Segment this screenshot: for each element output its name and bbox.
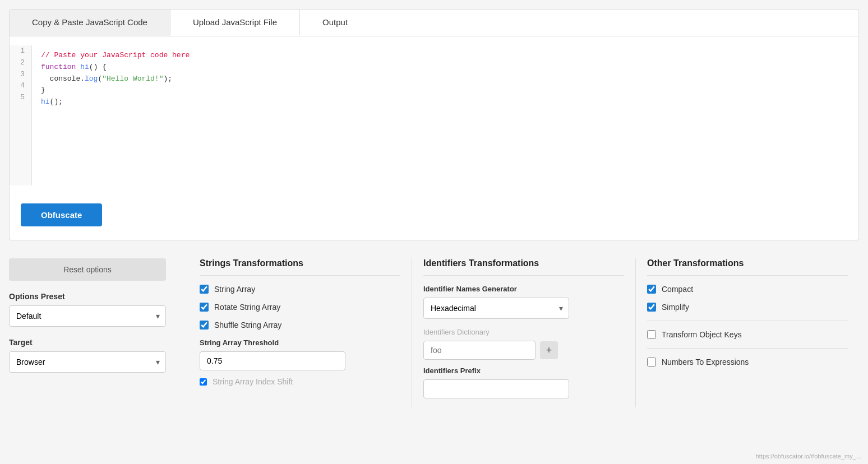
other-transformations-title: Other Transformations: [647, 258, 848, 268]
identifiers-divider: [423, 275, 624, 276]
code-editor[interactable]: 1 2 3 4 5 // Paste your JavaScript code …: [10, 36, 858, 194]
target-group: Target Browser Node Browser No Eval ▾: [9, 338, 166, 373]
other-divider-3: [647, 348, 848, 349]
obfuscate-button[interactable]: Obfuscate: [21, 203, 102, 226]
simplify-label[interactable]: Simplify: [662, 303, 689, 312]
simplify-item: Simplify: [647, 303, 848, 312]
identifiers-prefix-input[interactable]: [423, 379, 569, 398]
string-array-index-shift-label[interactable]: String Array Index Shift: [213, 377, 293, 386]
obfuscate-btn-area: Obfuscate: [10, 194, 858, 240]
other-divider: [647, 275, 848, 276]
generator-row: Identifier Names Generator Hexadecimal M…: [423, 285, 624, 319]
transform-object-keys-checkbox[interactable]: [647, 330, 656, 339]
numbers-to-expressions-item: Numbers To Expressions: [647, 358, 848, 366]
identifiers-transformations-col: Identifiers Transformations Identifier N…: [412, 258, 636, 407]
rotate-string-array-item: Rotate String Array: [200, 303, 400, 312]
threshold-label: String Array Threshold: [200, 338, 400, 347]
dict-input-wrapper: +: [423, 341, 624, 360]
identifiers-prefix-label: Identifiers Prefix: [423, 366, 624, 375]
options-preset-label: Options Preset: [9, 292, 166, 301]
string-array-checkbox[interactable]: [200, 285, 209, 294]
transform-object-keys-label[interactable]: Transform Object Keys: [662, 330, 742, 339]
identifiers-prefix-row: Identifiers Prefix: [423, 366, 624, 398]
string-array-index-shift-item: String Array Index Shift: [200, 377, 400, 386]
options-left-panel: Reset options Options Preset Default Low…: [9, 258, 166, 407]
tab-copy-paste[interactable]: Copy & Paste JavaScript Code: [10, 10, 170, 36]
tab-upload[interactable]: Upload JavaScript File: [170, 10, 299, 36]
string-array-label[interactable]: String Array: [214, 285, 255, 294]
generator-select-wrapper: Hexadecimal Mangled Mangled Shuffled Dic…: [423, 298, 569, 319]
simplify-checkbox[interactable]: [647, 303, 656, 312]
target-select-wrapper: Browser Node Browser No Eval ▾: [9, 351, 166, 373]
compact-label[interactable]: Compact: [662, 285, 693, 294]
identifiers-dict-add-button[interactable]: +: [540, 341, 558, 359]
top-card: Copy & Paste JavaScript Code Upload Java…: [9, 9, 859, 240]
compact-checkbox[interactable]: [647, 285, 656, 294]
code-content[interactable]: // Paste your JavaScript code here funct…: [32, 45, 198, 185]
generator-label: Identifier Names Generator: [423, 285, 624, 293]
strings-divider: [200, 275, 400, 276]
identifiers-transformations-title: Identifiers Transformations: [423, 258, 624, 268]
shuffle-string-array-label[interactable]: Shuffle String Array: [214, 321, 281, 330]
shuffle-string-array-item: Shuffle String Array: [200, 321, 400, 330]
strings-transformations-title: Strings Transformations: [200, 258, 400, 268]
generator-select[interactable]: Hexadecimal Mangled Mangled Shuffled Dic…: [424, 298, 569, 318]
options-preset-select-wrapper: Default Low Obfuscation Medium Obfuscati…: [9, 305, 166, 327]
identifiers-dict-input[interactable]: [423, 341, 535, 360]
threshold-input[interactable]: [200, 351, 345, 370]
reset-options-button[interactable]: Reset options: [9, 258, 166, 281]
identifiers-dict-label: Identifiers Dictionary: [423, 328, 624, 336]
other-divider-2: [647, 321, 848, 321]
options-preset-select[interactable]: Default Low Obfuscation Medium Obfuscati…: [10, 306, 165, 326]
shuffle-string-array-checkbox[interactable]: [200, 321, 209, 330]
identifiers-dict-row: Identifiers Dictionary +: [423, 328, 624, 360]
transform-object-keys-item: Transform Object Keys: [647, 330, 848, 339]
line-numbers: 1 2 3 4 5: [10, 45, 32, 185]
tab-output[interactable]: Output: [299, 10, 370, 36]
strings-transformations-col: Strings Transformations String Array Rot…: [188, 258, 412, 407]
tab-bar: Copy & Paste JavaScript Code Upload Java…: [10, 10, 858, 36]
code-lines: // Paste your JavaScript code here funct…: [32, 50, 198, 108]
target-select[interactable]: Browser Node Browser No Eval: [10, 352, 165, 372]
options-preset-group: Options Preset Default Low Obfuscation M…: [9, 292, 166, 327]
compact-item: Compact: [647, 285, 848, 294]
string-array-index-shift-checkbox[interactable]: [200, 378, 207, 386]
rotate-string-array-label[interactable]: Rotate String Array: [214, 303, 280, 312]
other-transformations-col: Other Transformations Compact Simplify T…: [636, 258, 859, 407]
numbers-to-expressions-checkbox[interactable]: [647, 358, 656, 366]
string-array-item: String Array: [200, 285, 400, 294]
numbers-to-expressions-label[interactable]: Numbers To Expressions: [662, 358, 749, 366]
rotate-string-array-checkbox[interactable]: [200, 303, 209, 312]
options-area: Reset options Options Preset Default Low…: [9, 254, 859, 412]
target-label: Target: [9, 338, 166, 347]
threshold-row: String Array Threshold: [200, 338, 400, 370]
options-columns: Strings Transformations String Array Rot…: [188, 258, 859, 407]
